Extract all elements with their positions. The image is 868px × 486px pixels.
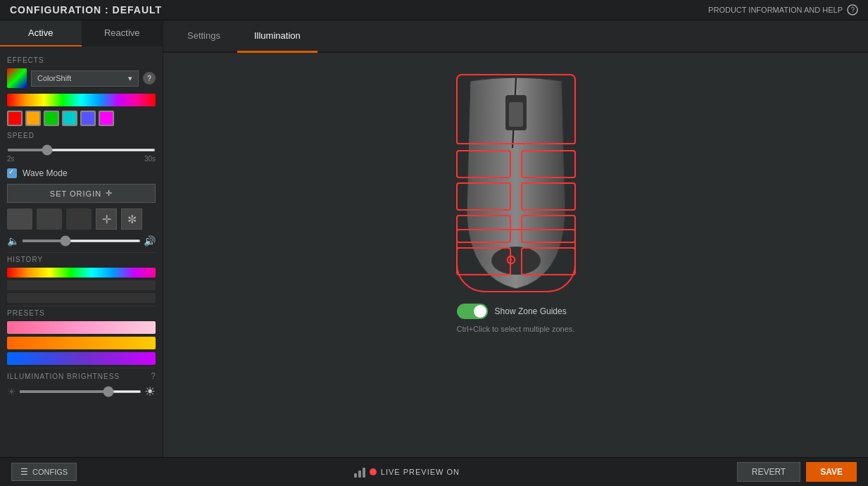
vol-high-icon: 🔊 xyxy=(144,235,156,247)
tab-settings[interactable]: Settings xyxy=(170,20,237,53)
live-bar-1 xyxy=(354,473,357,478)
brightness-bright-icon: ☀ xyxy=(144,384,156,399)
preset-1[interactable] xyxy=(7,321,156,334)
divider-3 xyxy=(7,368,156,368)
color-stop-5[interactable] xyxy=(80,111,96,126)
live-dot xyxy=(370,468,377,475)
gradient-bar-container xyxy=(7,94,156,126)
illumination-brightness-header: ILLUMINATION BRIGHTNESS ? xyxy=(7,371,156,381)
revert-button[interactable]: REVERT xyxy=(737,462,800,482)
live-preview-indicator: LIVE PREVIEW ON xyxy=(354,466,460,478)
history-bar-1[interactable] xyxy=(7,268,156,278)
dir-btn-arrows[interactable]: ✛ xyxy=(96,208,117,230)
footer-right: REVERT SAVE xyxy=(737,462,857,482)
header: CONFIGURATION : DEFAULT PRODUCT INFORMAT… xyxy=(0,0,868,20)
show-zones-label: Show Zone Guides xyxy=(495,306,567,316)
footer: ☰ CONFIGS LIVE PREVIEW ON REVERT SAVE xyxy=(0,457,868,486)
sidebar-content: EFFECTS ColorShift ▾ ? xyxy=(0,46,163,457)
mouse-controls: Show Zone Guides Ctrl+Click to select mu… xyxy=(457,304,575,333)
speed-min: 2s xyxy=(7,155,15,163)
live-bar-2 xyxy=(358,471,361,478)
zone-right-2[interactable] xyxy=(521,182,576,211)
history-label: HISTORY xyxy=(7,256,156,263)
brightness-slider[interactable] xyxy=(19,390,141,393)
dir-swatch-3[interactable] xyxy=(66,208,92,230)
save-button[interactable]: SAVE xyxy=(806,462,857,482)
dropdown-arrow: ▾ xyxy=(128,74,132,83)
history-bar-3[interactable] xyxy=(7,293,156,303)
divider-1 xyxy=(7,252,156,253)
show-zones-row: Show Zone Guides xyxy=(457,304,567,319)
preset-2[interactable] xyxy=(7,337,156,349)
effects-row: ColorShift ▾ ? xyxy=(7,68,156,88)
svg-text:?: ? xyxy=(851,6,855,14)
vol-low-icon: 🔈 xyxy=(7,235,19,247)
content: Settings Illumination xyxy=(163,20,868,457)
color-stops xyxy=(7,111,156,126)
help-link[interactable]: PRODUCT INFORMATION AND HELP ? xyxy=(708,4,858,15)
tab-reactive[interactable]: Reactive xyxy=(82,20,163,46)
app-title: CONFIGURATION : DEFAULT xyxy=(10,4,162,15)
help-icon: ? xyxy=(847,4,858,15)
live-bars xyxy=(354,466,365,478)
dir-swatch-2[interactable] xyxy=(37,208,62,230)
mouse-area: ⊙ Show Zone Guides Ctr xyxy=(163,53,868,457)
color-stop-3[interactable] xyxy=(44,111,59,126)
direction-row: ✛ ✼ xyxy=(7,208,156,230)
color-stop-4[interactable] xyxy=(62,111,77,126)
speed-labels: 2s 30s xyxy=(7,155,156,163)
illumination-brightness-label: ILLUMINATION BRIGHTNESS xyxy=(7,373,120,380)
configs-button[interactable]: ☰ CONFIGS xyxy=(11,463,77,481)
help-label: PRODUCT INFORMATION AND HELP xyxy=(708,6,843,14)
set-origin-btn[interactable]: SET ORIGIN ✛ xyxy=(7,184,156,203)
effect-dropdown[interactable]: ColorShift ▾ xyxy=(31,70,139,87)
dir-swatch-1[interactable] xyxy=(7,208,32,230)
footer-left: ☰ CONFIGS xyxy=(11,463,77,481)
configs-label: CONFIGS xyxy=(32,468,68,476)
main-layout: Active Reactive EFFECTS ColorShift ▾ ? xyxy=(0,20,868,457)
effect-help-btn[interactable]: ? xyxy=(143,72,156,85)
brightness-dim-icon: ☀ xyxy=(7,386,16,397)
color-stop-1[interactable] xyxy=(7,111,23,126)
preset-3[interactable] xyxy=(7,352,156,365)
divider-2 xyxy=(7,306,156,306)
color-stop-6[interactable] xyxy=(99,111,114,126)
presets-label: PRESETS xyxy=(7,309,156,317)
configs-icon: ☰ xyxy=(20,467,28,477)
brightness-control-row: ☀ ☀ xyxy=(7,384,156,399)
wave-mode-label: Wave Mode xyxy=(23,168,68,178)
volume-slider-row: 🔈 🔊 xyxy=(7,235,156,247)
effects-label: EFFECTS xyxy=(7,56,156,64)
sidebar: Active Reactive EFFECTS ColorShift ▾ ? xyxy=(0,20,163,457)
zone-left-2[interactable] xyxy=(456,182,511,211)
dir-btn-cross[interactable]: ✼ xyxy=(121,208,142,230)
zone-left-1[interactable] xyxy=(456,150,511,178)
live-preview-label: LIVE PREVIEW ON xyxy=(381,468,460,476)
speed-max: 30s xyxy=(144,155,156,163)
history-bar-2[interactable] xyxy=(7,280,156,290)
zone-right-1[interactable] xyxy=(521,150,576,178)
effect-color-swatch[interactable] xyxy=(7,68,27,88)
origin-icon: ✛ xyxy=(106,189,113,198)
footer-center: LIVE PREVIEW ON xyxy=(354,466,460,478)
mouse-container: ⊙ xyxy=(449,74,583,292)
gradient-bar[interactable] xyxy=(7,94,156,106)
color-stop-2[interactable] xyxy=(25,111,41,126)
tab-active[interactable]: Active xyxy=(0,20,82,46)
speed-label: SPEED xyxy=(7,132,156,139)
speed-row: SPEED 2s 30s xyxy=(7,132,156,163)
speed-slider[interactable] xyxy=(7,149,156,151)
show-zones-toggle[interactable] xyxy=(457,304,488,319)
content-tabs: Settings Illumination xyxy=(163,20,868,53)
wave-mode-row: Wave Mode xyxy=(7,168,156,178)
live-bar-3 xyxy=(363,468,365,478)
zone-top[interactable] xyxy=(456,74,576,144)
wave-mode-checkbox[interactable] xyxy=(7,168,17,178)
tab-illumination[interactable]: Illumination xyxy=(237,20,317,53)
brightness-help[interactable]: ? xyxy=(151,371,156,381)
zone-bottom[interactable] xyxy=(456,229,576,292)
volume-slider[interactable] xyxy=(22,239,141,242)
effect-value: ColorShift xyxy=(37,74,71,82)
hint-text: Ctrl+Click to select multiple zones. xyxy=(457,325,575,333)
set-origin-label: SET ORIGIN xyxy=(50,189,101,198)
